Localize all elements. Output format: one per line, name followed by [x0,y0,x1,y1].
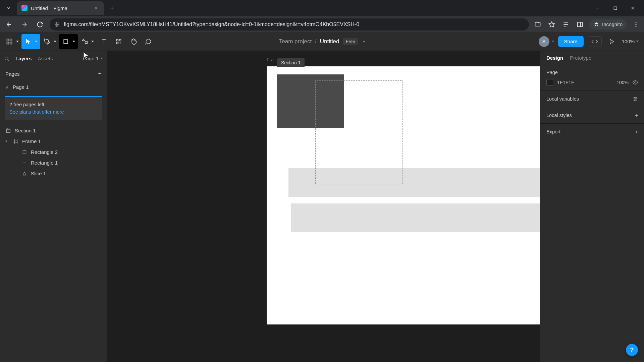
layer-row-frame[interactable]: ▾ Frame 1 [0,136,107,147]
settings-icon[interactable] [633,96,638,102]
layer-row-slice[interactable]: Slice 1 [0,168,107,179]
frame-icon [62,38,69,45]
back-button[interactable] [3,19,15,30]
tab-title: Untitled – Figma [31,5,90,11]
svg-point-40 [5,57,8,60]
browser-tab[interactable]: Untitled – Figma [17,1,104,15]
selection-marquee [315,80,402,184]
svg-rect-22 [578,22,583,26]
hand-tool[interactable] [126,34,141,49]
page-selector[interactable]: Page 1 [83,56,103,61]
comment-icon [145,38,152,45]
incognito-label: Incognito [602,21,623,27]
background-color-row[interactable]: 1E1E1E 100% [546,79,638,86]
layer-row-rect[interactable]: Rectangle 2 [0,147,107,158]
figma-app: Team project / Untitled Free ▾ S ▾ Share… [0,32,644,362]
chevron-down-icon [6,6,11,10]
rectangle-icon [21,149,28,155]
new-tab-button[interactable] [107,3,117,13]
avatar-menu-caret[interactable]: ▾ [552,39,554,44]
pen-tool[interactable] [40,34,59,49]
plan-badge[interactable]: Free [342,38,358,45]
browser-menu-button[interactable] [631,20,641,29]
local-styles-label: Local styles [546,113,572,118]
add-page-button[interactable]: + [98,70,102,77]
color-hex[interactable]: 1E1E1E [557,80,612,85]
shape-icon [81,38,88,45]
layer-row-rect[interactable]: Rectangle 1 [0,158,107,168]
layer-row-section[interactable]: Section 1 [0,125,107,136]
reload-button[interactable] [34,19,46,30]
incognito-badge[interactable]: Incognito [589,19,627,29]
maximize-button[interactable] [610,3,620,13]
resources-tool[interactable] [111,34,126,49]
add-export-button[interactable]: + [635,129,638,134]
avatar[interactable]: S [539,36,549,47]
check-icon: ✓ [5,84,9,90]
svg-point-25 [636,24,637,25]
layer-name: Rectangle 1 [31,160,58,166]
expand-caret[interactable]: ▾ [5,139,9,143]
dev-mode-toggle[interactable] [588,36,602,47]
forward-button[interactable] [19,19,30,30]
team-name[interactable]: Team project [279,38,312,45]
comment-tool[interactable] [141,34,156,49]
layer-list: Section 1 ▾ Frame 1 Rectangle 2 Rectangl… [0,123,107,181]
slice-icon [21,171,28,177]
url-field[interactable]: figma.com/file/nMSTY1OKvvXSMLY18HsH41/Un… [50,18,529,31]
svg-point-26 [636,25,637,26]
export-row[interactable]: Export + [540,124,644,140]
text-tool[interactable] [97,34,111,49]
zoom-selector[interactable]: 100% [622,39,641,44]
present-button[interactable] [606,36,618,48]
resources-icon [115,38,122,45]
frame-label[interactable]: Fra [267,57,274,62]
tab-layers[interactable]: Layers [15,56,32,61]
tab-assets[interactable]: Assets [38,56,53,61]
share-button[interactable]: Share [558,36,584,47]
bookmark-button[interactable] [547,20,556,29]
page-row[interactable]: ✓ Page 1 [0,81,107,93]
local-variables-row[interactable]: Local variables [540,91,644,107]
svg-point-15 [56,25,57,26]
tab-prototype[interactable]: Prototype [570,55,591,61]
search-button[interactable] [4,56,9,61]
reload-icon [37,21,43,28]
section-label[interactable]: Section 1 [277,58,305,67]
canvas-grey-bar[interactable] [291,203,540,232]
local-styles-row[interactable]: Local styles + [540,107,644,124]
visibility-toggle[interactable] [633,80,638,85]
main-menu-button[interactable] [3,34,21,49]
reading-list-button[interactable] [561,20,571,29]
promo-link[interactable]: See plans that offer more [9,109,98,116]
minimize-button[interactable] [593,3,602,13]
sidepanel-button[interactable] [575,20,585,29]
breadcrumb-separator: / [315,38,317,45]
move-tool[interactable] [21,34,40,49]
add-style-button[interactable]: + [635,113,638,118]
svg-point-24 [636,22,637,23]
canvas[interactable]: Fra Section 1 [107,51,540,362]
chevron-down-icon[interactable]: ▾ [363,39,365,44]
file-name[interactable]: Untitled [320,38,339,45]
figma-favicon-icon [21,5,28,11]
svg-rect-31 [64,40,68,44]
svg-rect-27 [7,39,9,41]
color-swatch[interactable] [546,79,553,86]
shape-tool[interactable] [78,34,97,49]
tab-search-button[interactable] [3,2,15,14]
close-icon [630,6,635,10]
svg-rect-35 [119,39,121,41]
color-opacity[interactable]: 100% [616,80,629,85]
help-button[interactable]: ? [626,344,638,356]
panel-icon [577,21,583,28]
svg-point-14 [58,24,59,25]
tab-design[interactable]: Design [546,55,563,61]
install-app-button[interactable] [533,20,542,29]
close-window-button[interactable] [628,3,637,13]
frame-tool[interactable] [59,34,78,49]
svg-rect-29 [7,42,9,44]
cursor-icon [25,38,32,45]
close-tab-button[interactable] [93,5,99,11]
svg-rect-30 [10,42,12,44]
